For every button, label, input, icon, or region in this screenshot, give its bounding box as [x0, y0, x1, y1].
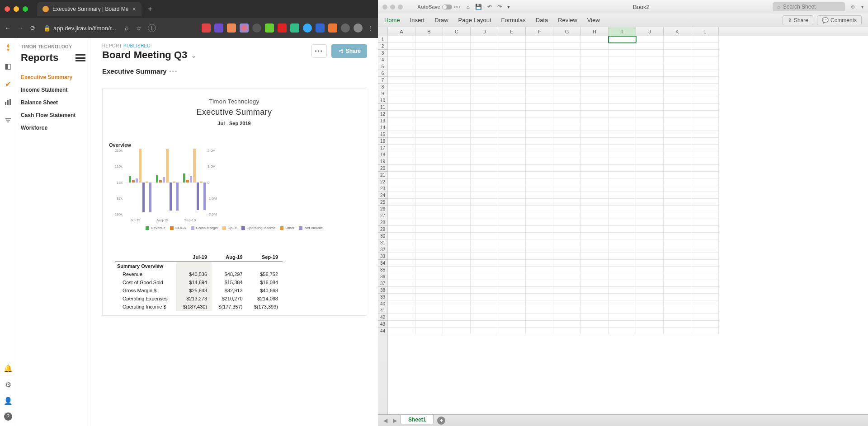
cell[interactable]	[609, 117, 636, 124]
cell[interactable]	[581, 138, 609, 145]
row-header[interactable]: 1	[378, 36, 387, 43]
row-header[interactable]: 24	[378, 192, 387, 199]
cell[interactable]	[388, 84, 415, 90]
cell[interactable]	[498, 321, 526, 328]
cell[interactable]	[498, 273, 526, 280]
cell[interactable]	[581, 253, 609, 260]
cell[interactable]	[636, 192, 664, 199]
cell[interactable]	[664, 145, 691, 151]
cell[interactable]	[415, 111, 443, 117]
cell[interactable]	[443, 280, 471, 287]
column-header[interactable]: F	[526, 27, 553, 36]
dot-icon[interactable]	[390, 5, 395, 9]
cell[interactable]	[636, 97, 664, 104]
sidebar-item[interactable]: Income Statement	[21, 84, 85, 96]
cell[interactable]	[415, 300, 443, 307]
row-header[interactable]: 15	[378, 131, 387, 138]
cell[interactable]	[553, 145, 581, 151]
cell[interactable]	[415, 212, 443, 219]
cell[interactable]	[443, 307, 471, 314]
cell[interactable]	[526, 117, 553, 124]
cell[interactable]	[691, 151, 719, 158]
cell[interactable]	[388, 314, 415, 321]
cell[interactable]	[553, 90, 581, 97]
sheet-tab[interactable]: Sheet1	[401, 415, 434, 424]
cell[interactable]	[388, 246, 415, 253]
cell[interactable]	[636, 328, 664, 334]
cell[interactable]	[526, 239, 553, 246]
column-header[interactable]: L	[691, 27, 719, 36]
cell[interactable]	[664, 199, 691, 206]
cell[interactable]	[443, 117, 471, 124]
row-header[interactable]: 22	[378, 178, 387, 185]
cell[interactable]	[388, 124, 415, 131]
cell[interactable]	[691, 239, 719, 246]
row-header[interactable]: 11	[378, 104, 387, 111]
cell[interactable]	[415, 233, 443, 239]
cell[interactable]	[498, 84, 526, 90]
cell[interactable]	[553, 192, 581, 199]
cell[interactable]	[609, 63, 636, 70]
cell[interactable]	[664, 267, 691, 273]
cell[interactable]	[664, 151, 691, 158]
cell[interactable]	[609, 273, 636, 280]
cell[interactable]	[526, 56, 553, 63]
cell[interactable]	[388, 63, 415, 70]
row-header[interactable]: 14	[378, 124, 387, 131]
cell[interactable]	[388, 300, 415, 307]
cell[interactable]	[581, 280, 609, 287]
cell[interactable]	[691, 192, 719, 199]
cell[interactable]	[691, 70, 719, 77]
cell[interactable]	[415, 253, 443, 260]
cell[interactable]	[664, 131, 691, 138]
cell[interactable]	[636, 56, 664, 63]
cell[interactable]	[636, 267, 664, 273]
forward-icon[interactable]: →	[16, 24, 24, 32]
cell[interactable]	[471, 219, 498, 226]
cell[interactable]	[443, 63, 471, 70]
cell[interactable]	[636, 246, 664, 253]
cell[interactable]	[664, 43, 691, 50]
help-icon[interactable]: ?	[4, 412, 12, 421]
cell[interactable]	[664, 50, 691, 56]
cell[interactable]	[443, 226, 471, 233]
cell[interactable]	[636, 111, 664, 117]
search-sheet-input[interactable]: ⌕ Search Sheet	[773, 2, 845, 11]
cell[interactable]	[415, 131, 443, 138]
cell[interactable]	[498, 36, 526, 43]
cell[interactable]	[498, 328, 526, 334]
cell[interactable]	[498, 56, 526, 63]
sidebar-item[interactable]: Workforce	[21, 122, 85, 134]
cell[interactable]	[415, 219, 443, 226]
cell[interactable]	[471, 314, 498, 321]
cell[interactable]	[636, 117, 664, 124]
bell-icon[interactable]: 🔔	[4, 364, 13, 373]
cell[interactable]	[471, 178, 498, 185]
cell[interactable]	[415, 124, 443, 131]
cell[interactable]	[471, 226, 498, 233]
cell[interactable]	[581, 90, 609, 97]
cell[interactable]	[388, 151, 415, 158]
cell[interactable]	[415, 43, 443, 50]
cell[interactable]	[498, 239, 526, 246]
cell[interactable]	[498, 206, 526, 212]
cell[interactable]	[636, 165, 664, 172]
cell[interactable]	[388, 90, 415, 97]
cell[interactable]	[471, 70, 498, 77]
cell[interactable]	[553, 260, 581, 267]
cell[interactable]	[498, 253, 526, 260]
cell[interactable]	[415, 226, 443, 233]
cell[interactable]	[471, 287, 498, 294]
search-icon[interactable]: ⌕	[123, 24, 131, 32]
cell[interactable]	[471, 63, 498, 70]
row-header[interactable]: 12	[378, 111, 387, 117]
cell[interactable]	[388, 77, 415, 84]
cell[interactable]	[691, 43, 719, 50]
cell[interactable]	[581, 219, 609, 226]
cell[interactable]	[636, 294, 664, 300]
cell[interactable]	[388, 165, 415, 172]
column-header[interactable]: C	[443, 27, 471, 36]
column-header[interactable]: J	[636, 27, 664, 36]
cell[interactable]	[388, 50, 415, 56]
cell[interactable]	[691, 90, 719, 97]
